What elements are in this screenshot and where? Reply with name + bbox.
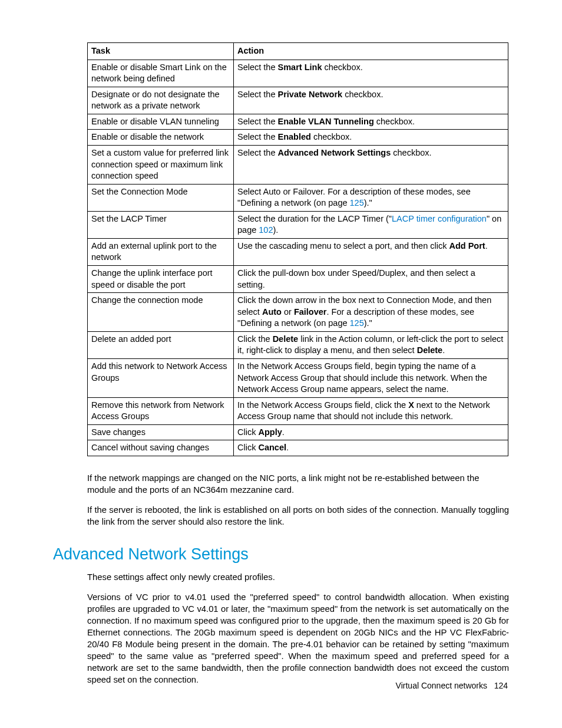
paragraph: These settings affect only newly created…	[87, 572, 509, 584]
footer-label: Virtual Connect networks	[396, 681, 487, 690]
action-cell: Click Apply.	[234, 424, 508, 440]
task-cell: Set a custom value for preferred link co…	[88, 145, 234, 184]
task-cell: Enable or disable the network	[88, 130, 234, 146]
table-row: Change the uplink interface port speed o…	[88, 266, 508, 293]
table-row: Delete an added port Click the Delete li…	[88, 331, 508, 358]
cross-ref-link[interactable]: LACP timer configuration	[392, 214, 487, 223]
task-cell: Save changes	[88, 424, 234, 440]
action-cell: Click the down arrow in the box next to …	[234, 293, 508, 332]
action-cell: Select the Private Network checkbox.	[234, 87, 508, 114]
task-cell: Set the Connection Mode	[88, 184, 234, 211]
task-cell: Remove this network from Network Access …	[88, 397, 234, 424]
page-link[interactable]: 125	[350, 318, 364, 328]
action-cell: Select the Enabled checkbox.	[234, 130, 508, 146]
table-row: Change the connection mode Click the dow…	[88, 293, 508, 332]
table-row: Enable or disable Smart Link on the netw…	[88, 60, 508, 87]
table-row: Add this network to Network Access Group…	[88, 358, 508, 397]
paragraph: If the network mappings are changed on t…	[87, 473, 509, 496]
action-cell: In the Network Access Groups field, begi…	[234, 358, 508, 397]
action-cell: Click the pull-down box under Speed/Dupl…	[234, 266, 508, 293]
action-cell: Select the Enable VLAN Tunneling checkbo…	[234, 114, 508, 130]
action-cell: Select the Advanced Network Settings che…	[234, 145, 508, 184]
table-row: Remove this network from Network Access …	[88, 397, 508, 424]
body-paragraphs-1: If the network mappings are changed on t…	[87, 473, 509, 528]
page-link[interactable]: 102	[259, 225, 273, 235]
section-heading: Advanced Network Settings	[53, 543, 509, 565]
task-cell: Enable or disable Smart Link on the netw…	[88, 60, 234, 87]
footer-page-number: 124	[494, 681, 508, 690]
action-cell: Select the Smart Link checkbox.	[234, 60, 508, 87]
header-action: Action	[234, 43, 508, 60]
paragraph: If the server is rebooted, the link is e…	[87, 505, 509, 528]
table-row: Enable or disable VLAN tunneling Select …	[88, 114, 508, 130]
table-row: Designate or do not designate the networ…	[88, 87, 508, 114]
task-action-table: Task Action Enable or disable Smart Link…	[87, 42, 508, 456]
action-cell: In the Network Access Groups field, clic…	[234, 397, 508, 424]
paragraph: Versions of VC prior to v4.01 used the "…	[87, 592, 509, 686]
task-cell: Add an external uplink port to the netwo…	[88, 238, 234, 265]
table-row: Save changes Click Apply.	[88, 424, 508, 440]
task-cell: Enable or disable VLAN tunneling	[88, 114, 234, 130]
task-cell: Change the uplink interface port speed o…	[88, 266, 234, 293]
table-row: Set the LACP Timer Select the duration f…	[88, 211, 508, 238]
table-row: Cancel without saving changes Click Canc…	[88, 440, 508, 456]
table-row: Set a custom value for preferred link co…	[88, 145, 508, 184]
body-paragraphs-2: These settings affect only newly created…	[87, 572, 509, 686]
page-link[interactable]: 125	[350, 198, 364, 207]
task-cell: Cancel without saving changes	[88, 440, 234, 456]
table-header-row: Task Action	[88, 43, 508, 60]
task-cell: Add this network to Network Access Group…	[88, 358, 234, 397]
page-footer: Virtual Connect networks 124	[396, 680, 508, 691]
table-row: Enable or disable the network Select the…	[88, 130, 508, 146]
task-cell: Designate or do not designate the networ…	[88, 87, 234, 114]
task-cell: Delete an added port	[88, 331, 234, 358]
action-cell: Click the Delete link in the Action colu…	[234, 331, 508, 358]
table-row: Set the Connection Mode Select Auto or F…	[88, 184, 508, 211]
action-cell: Select Auto or Failover. For a descripti…	[234, 184, 508, 211]
task-cell: Change the connection mode	[88, 293, 234, 332]
action-cell: Click Cancel.	[234, 440, 508, 456]
header-task: Task	[88, 43, 234, 60]
table-row: Add an external uplink port to the netwo…	[88, 238, 508, 265]
action-cell: Use the cascading menu to select a port,…	[234, 238, 508, 265]
action-cell: Select the duration for the LACP Timer (…	[234, 211, 508, 238]
task-cell: Set the LACP Timer	[88, 211, 234, 238]
